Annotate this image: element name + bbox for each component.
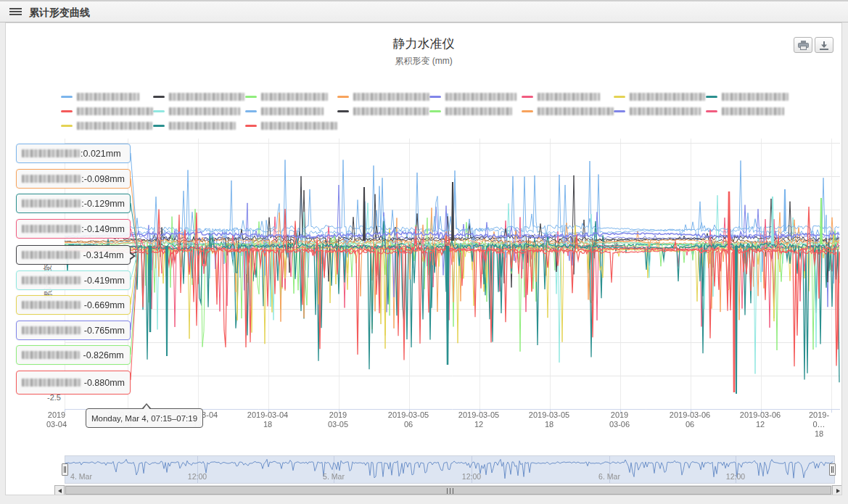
scrollbar-right-arrow[interactable] bbox=[832, 485, 842, 495]
navigator-handle-left[interactable] bbox=[62, 463, 68, 476]
legend-item[interactable] bbox=[522, 104, 614, 118]
navigator-handle-right[interactable] bbox=[829, 463, 836, 476]
chart-card: 静力水准仪 累积形变 (mm) 累计形变 -2.5 2019 03-042019… bbox=[5, 22, 842, 495]
tooltip-value: :-0.149mm bbox=[81, 224, 125, 234]
chart-subtitle: 累积形变 (mm) bbox=[6, 55, 841, 67]
scrollbar-thumb[interactable] bbox=[65, 486, 831, 495]
legend-marker-icon bbox=[245, 125, 257, 127]
tooltip-label-blurred bbox=[22, 199, 81, 207]
x-axis-label: 2019-03-05 18 bbox=[529, 410, 569, 429]
legend-item[interactable] bbox=[337, 104, 429, 118]
legend-item[interactable] bbox=[61, 89, 153, 104]
x-axis-label: 2019 03-06 bbox=[609, 410, 630, 429]
tooltip-label-blurred bbox=[22, 301, 81, 309]
legend-marker-icon bbox=[522, 96, 533, 98]
chart-title: 静力水准仪 bbox=[6, 36, 841, 52]
legend-item[interactable] bbox=[61, 104, 153, 118]
navigator-label: 6. Mar bbox=[598, 472, 620, 481]
legend-label-blurred bbox=[445, 93, 516, 101]
legend-label-blurred bbox=[169, 107, 240, 115]
tooltip-box: :-0.098mm bbox=[16, 169, 131, 189]
x-axis-label: 2019-03-04 18 bbox=[247, 410, 288, 429]
legend-label-blurred bbox=[353, 107, 429, 115]
tooltip-value: -0.765mm bbox=[81, 326, 125, 336]
tooltip-value: -0.419mm bbox=[81, 276, 125, 286]
legend-item[interactable] bbox=[61, 118, 153, 133]
tooltip-value: -0.669mm bbox=[81, 300, 125, 310]
scrollbar-left-arrow[interactable] bbox=[54, 485, 65, 495]
main-chart-plot-area[interactable] bbox=[65, 139, 840, 413]
tooltip-value: :-0.098mm bbox=[81, 174, 125, 184]
tooltip-value: :0.021mm bbox=[81, 149, 121, 159]
legend-item[interactable] bbox=[245, 118, 337, 133]
x-axis-label: 2019-03-05 12 bbox=[458, 410, 499, 429]
legend-marker-icon bbox=[429, 110, 441, 112]
legend-label-blurred bbox=[353, 93, 429, 101]
tooltip-box: :0.021mm bbox=[16, 144, 131, 163]
legend-item[interactable] bbox=[153, 104, 245, 118]
x-axis-label: 2019-03-06 12 bbox=[740, 410, 781, 429]
tooltip-box: -0.826mm bbox=[16, 345, 131, 365]
tooltip-label-blurred bbox=[22, 251, 80, 259]
legend-marker-icon bbox=[153, 110, 165, 112]
x-axis-label: 2019-03-05 06 bbox=[388, 410, 429, 429]
legend-item[interactable] bbox=[429, 89, 522, 104]
navigator-label: 12:00 bbox=[188, 472, 207, 481]
navigator-label: 12:00 bbox=[726, 472, 745, 481]
tooltip-label-blurred bbox=[22, 326, 81, 334]
legend-label-blurred bbox=[77, 107, 153, 115]
x-axis-label: 2019-03-06 06 bbox=[670, 410, 710, 429]
tooltip-box: :-0.149mm bbox=[16, 219, 131, 239]
legend-item[interactable] bbox=[614, 89, 706, 104]
legend-item[interactable] bbox=[245, 104, 337, 118]
legend-item[interactable] bbox=[153, 118, 245, 133]
legend-marker-icon bbox=[61, 96, 73, 98]
legend-label-blurred bbox=[77, 122, 152, 130]
scrollbar-track[interactable] bbox=[65, 485, 832, 495]
legend-marker-icon bbox=[522, 110, 533, 112]
tooltip-box: -0.314mm bbox=[16, 245, 131, 265]
tooltip-box: -0.669mm bbox=[16, 295, 131, 315]
download-button[interactable] bbox=[815, 37, 833, 53]
navigator[interactable]: 4. Mar12:005. Mar12:006. Mar12:00 bbox=[65, 455, 835, 484]
legend-item[interactable] bbox=[153, 89, 245, 104]
legend-marker-icon bbox=[245, 110, 257, 112]
x-axis-label: 2019 03-05 bbox=[328, 410, 348, 429]
legend bbox=[61, 89, 804, 133]
legend-item[interactable] bbox=[706, 89, 798, 104]
legend-marker-icon bbox=[614, 110, 625, 112]
download-icon bbox=[819, 41, 829, 50]
tooltip-box: :-0.129mm bbox=[16, 194, 131, 213]
legend-item[interactable] bbox=[429, 104, 522, 118]
tooltip-label-blurred bbox=[22, 149, 80, 157]
page-title: 累计形变曲线 bbox=[29, 7, 90, 20]
legend-item[interactable] bbox=[522, 89, 614, 104]
tooltip-value: :-0.129mm bbox=[81, 199, 125, 209]
tooltip-label-blurred bbox=[22, 351, 80, 359]
legend-item[interactable] bbox=[614, 104, 706, 118]
scrollbar-grip-icon bbox=[447, 488, 453, 494]
x-axis-label: 2019 03-04 bbox=[46, 410, 67, 429]
legend-marker-icon bbox=[245, 96, 257, 98]
tooltip-label-blurred bbox=[22, 379, 81, 387]
legend-marker-icon bbox=[153, 96, 165, 98]
legend-item[interactable] bbox=[706, 104, 798, 118]
legend-label-blurred bbox=[169, 93, 244, 101]
list-icon[interactable] bbox=[9, 8, 22, 17]
tooltip-value: -0.314mm bbox=[81, 250, 124, 260]
legend-marker-icon bbox=[706, 96, 717, 98]
x-axis-label: 2019-0… 18 bbox=[808, 410, 831, 439]
legend-label-blurred bbox=[169, 122, 236, 130]
printer-icon bbox=[798, 41, 809, 50]
legend-item[interactable] bbox=[337, 89, 429, 104]
legend-marker-icon bbox=[153, 125, 165, 127]
legend-item[interactable] bbox=[245, 89, 337, 104]
print-button[interactable] bbox=[794, 37, 812, 53]
tooltip-label-blurred bbox=[22, 175, 81, 183]
navigator-series bbox=[65, 456, 834, 483]
navigator-label: 4. Mar bbox=[70, 472, 92, 481]
legend-label-blurred bbox=[538, 107, 614, 115]
legend-label-blurred bbox=[722, 107, 784, 115]
tooltip-box: -0.880mm bbox=[16, 371, 131, 394]
navigator-label: 5. Mar bbox=[323, 472, 345, 481]
